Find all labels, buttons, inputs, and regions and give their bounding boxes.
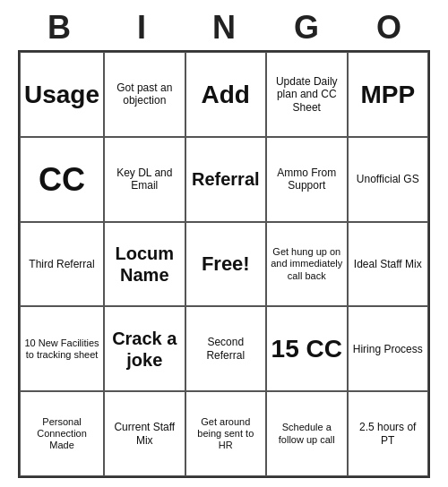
cell-14: Ideal Staff Mix: [348, 222, 429, 307]
cell-12-free: Free!: [185, 222, 266, 307]
cell-15: 10 New Facilities to tracking sheet: [20, 306, 104, 391]
cell-0: Usage: [20, 52, 104, 137]
cell-7: Referral: [185, 137, 266, 222]
cell-9: Unofficial GS: [348, 137, 429, 222]
cell-22: Get around being sent to HR: [185, 391, 266, 476]
letter-i: I: [102, 9, 181, 47]
cell-21: Current Staff Mix: [104, 391, 185, 476]
cell-1: Got past an objection: [104, 52, 185, 137]
cell-5: CC: [20, 137, 104, 222]
cell-20: Personal Connection Made: [20, 391, 104, 476]
cell-8: Ammo From Support: [266, 137, 347, 222]
letter-g: G: [267, 9, 346, 47]
cell-23: Schedule a follow up call: [266, 391, 347, 476]
letter-o: O: [349, 9, 428, 47]
cell-17: Second Referral: [185, 306, 266, 391]
cell-2: Add: [185, 52, 266, 137]
cell-11: Locum Name: [104, 222, 185, 307]
bingo-grid: Usage Got past an objection Add Update D…: [18, 50, 430, 478]
letter-n: N: [185, 9, 263, 47]
letter-b: B: [20, 9, 99, 47]
bingo-title: B I N G O: [18, 9, 430, 47]
cell-24: 2.5 hours of PT: [348, 391, 429, 476]
cell-16: Crack a joke: [104, 306, 185, 391]
cell-19: Hiring Process: [348, 306, 429, 391]
cell-6: Key DL and Email: [104, 137, 185, 222]
cell-13: Get hung up on and immediately call back: [266, 222, 347, 307]
cell-3: Update Daily plan and CC Sheet: [266, 52, 347, 137]
cell-4: MPP: [348, 52, 429, 137]
cell-18: 15 CC: [266, 306, 347, 391]
cell-10: Third Referral: [20, 222, 104, 307]
